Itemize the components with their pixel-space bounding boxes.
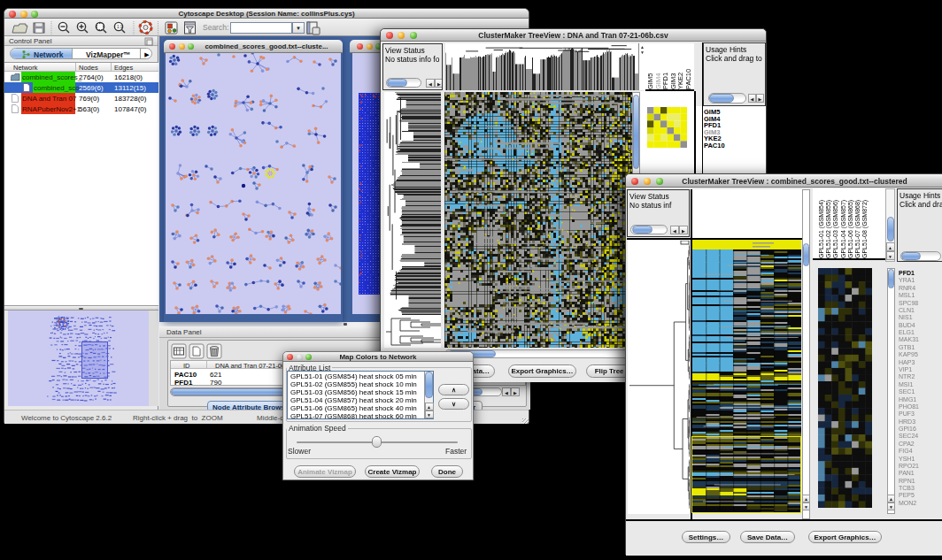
svg-text:1:1: 1:1 (117, 25, 123, 29)
